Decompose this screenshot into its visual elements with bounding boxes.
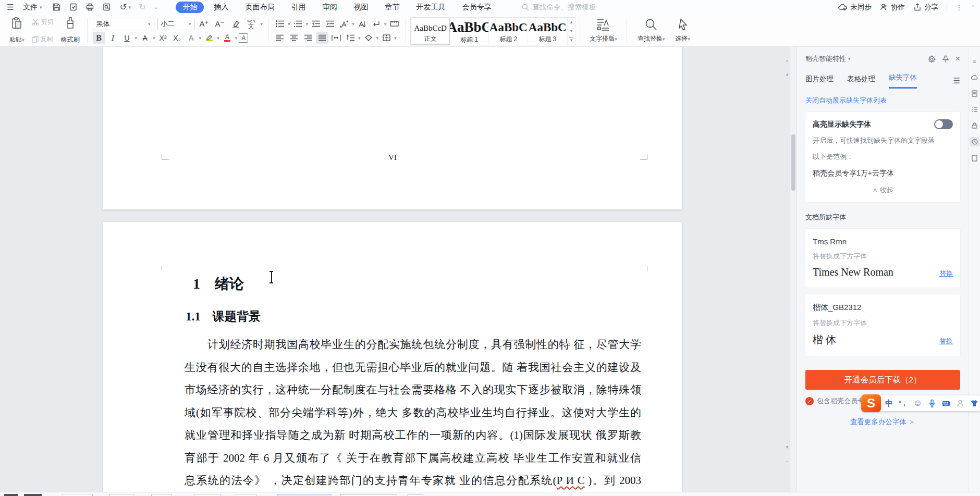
char-scale-caret-icon[interactable]: ▾: [352, 21, 354, 27]
line-spacing-caret-icon[interactable]: ▾: [358, 35, 361, 41]
underline-button[interactable]: U: [121, 32, 133, 44]
char-border-icon[interactable]: A: [239, 33, 248, 43]
distribute-icon[interactable]: [330, 32, 342, 44]
clear-format-icon[interactable]: [229, 18, 242, 30]
text-effects-caret-icon[interactable]: ▾: [199, 35, 202, 41]
ime-keyboard-icon[interactable]: [942, 399, 950, 407]
subscript-button[interactable]: X₂: [171, 32, 183, 44]
bold-button[interactable]: B: [93, 32, 105, 44]
print-preview-icon[interactable]: [102, 2, 112, 13]
bullet-caret-icon[interactable]: ▾: [288, 21, 290, 27]
print-icon[interactable]: [85, 2, 95, 13]
ime-punctuation-toggle[interactable]: °，: [899, 399, 908, 408]
ime-skin-icon[interactable]: [970, 399, 978, 407]
sort-icon[interactable]: [356, 18, 369, 30]
show-marks-icon[interactable]: [370, 18, 383, 30]
pinyin-guide-icon[interactable]: wén文: [245, 18, 258, 30]
open-membership-download-button[interactable]: 开通会员后下载（2）: [805, 370, 960, 390]
statusbar-item[interactable]: [63, 494, 93, 496]
shading-icon[interactable]: [362, 32, 375, 44]
styles-down-icon[interactable]: ▼: [569, 29, 573, 33]
statusbar-item[interactable]: [151, 494, 172, 496]
document-canvas[interactable]: VI 1 绪论 1.1 课题背景 计划经济时期我国高校毕业生的分配实施统包统分制…: [0, 47, 790, 492]
more-menu-icon[interactable]: ⋮: [956, 3, 963, 11]
dock-page-icon[interactable]: [970, 153, 979, 163]
tab-list-icon[interactable]: ☰: [953, 76, 960, 89]
underline-caret-icon[interactable]: ▾: [135, 35, 138, 41]
share-button[interactable]: 分享: [913, 3, 938, 12]
tab-dev-tools[interactable]: 开发工具: [409, 2, 452, 13]
justify-icon[interactable]: [316, 32, 328, 44]
tab-home[interactable]: 开始: [176, 2, 204, 13]
vertical-scrollbar[interactable]: [790, 47, 797, 492]
bullet-list-icon[interactable]: [274, 18, 286, 30]
collaborate-button[interactable]: 协作: [880, 3, 905, 12]
show-marks-caret-icon[interactable]: ▾: [384, 21, 387, 27]
document-page-previous[interactable]: VI: [103, 47, 682, 209]
statusbar-item[interactable]: [109, 494, 133, 496]
statusbar-item[interactable]: [4, 494, 18, 496]
char-scale-icon[interactable]: [338, 18, 350, 30]
scroll-down-icon[interactable]: ▼: [784, 445, 790, 450]
scroll-top-icon[interactable]: ⌅: [784, 58, 790, 63]
font-color-caret-icon[interactable]: ▾: [235, 35, 238, 41]
tab-insert[interactable]: 插入: [207, 2, 235, 13]
number-caret-icon[interactable]: ▾: [306, 21, 309, 27]
dock-list-icon[interactable]: [970, 105, 979, 114]
ime-lang-toggle[interactable]: 中: [885, 399, 893, 408]
superscript-button[interactable]: X²: [157, 32, 169, 44]
highlight-caret-icon[interactable]: ▾: [217, 35, 219, 41]
search-input[interactable]: [532, 3, 610, 11]
dock-history-icon[interactable]: [970, 137, 979, 146]
collapse-button[interactable]: ∧ 收起: [813, 185, 953, 195]
statusbar-item[interactable]: [194, 494, 221, 496]
borders-icon[interactable]: [380, 32, 393, 44]
statusbar-item[interactable]: [236, 494, 256, 496]
main-menu-icon[interactable]: ☰: [5, 2, 16, 13]
cut-button[interactable]: 剪切: [32, 18, 54, 27]
styles-expand-icon[interactable]: ▼: [569, 38, 573, 43]
style-heading2[interactable]: AaBbC 标题 2: [489, 18, 528, 45]
copy-button[interactable]: 复制: [32, 35, 54, 44]
text-layout-button[interactable]: 文字排版▾: [585, 16, 621, 45]
decrease-indent-icon[interactable]: [310, 18, 322, 30]
ime-profile-icon[interactable]: [956, 399, 964, 407]
highlight-color-icon[interactable]: [203, 32, 215, 44]
strikethrough-caret-icon[interactable]: ▾: [153, 35, 155, 41]
tab-page-layout[interactable]: 页面布局: [238, 2, 281, 13]
close-icon[interactable]: ×: [956, 54, 960, 64]
save-icon[interactable]: [52, 2, 62, 13]
dock-menu-icon[interactable]: ≡: [970, 56, 979, 66]
quick-toolbar-more-icon[interactable]: ⌄: [154, 4, 158, 10]
gear-icon[interactable]: [928, 55, 936, 63]
statusbar-item[interactable]: [24, 494, 42, 496]
tab-missing-fonts[interactable]: 缺失字体: [889, 73, 917, 89]
page-setup-icon[interactable]: [388, 18, 400, 30]
style-normal[interactable]: AaBbCcD 正文: [411, 18, 450, 45]
align-right-icon[interactable]: [302, 32, 314, 44]
increase-indent-icon[interactable]: [324, 18, 336, 30]
tab-review[interactable]: 审阅: [315, 2, 344, 13]
statusbar-item-active[interactable]: [277, 494, 332, 496]
collapse-ribbon-icon[interactable]: ⌃: [971, 5, 975, 10]
dock-cloud-icon[interactable]: [970, 72, 979, 82]
scrollbar-thumb[interactable]: [791, 134, 795, 191]
align-left-icon[interactable]: [274, 32, 286, 44]
style-heading1[interactable]: AaBbC 标题 1: [450, 18, 489, 45]
tab-table-processing[interactable]: 表格处理: [847, 75, 875, 89]
increase-font-icon[interactable]: A⁺: [198, 18, 211, 30]
pinyin-caret-icon[interactable]: ▾: [261, 21, 263, 27]
strikethrough-button[interactable]: A: [139, 32, 151, 44]
dock-lock-icon[interactable]: [970, 121, 979, 130]
command-search[interactable]: [522, 3, 610, 11]
scroll-bottom-icon[interactable]: ⌄: [784, 458, 790, 463]
file-menu[interactable]: 文件 ▾: [23, 3, 42, 12]
export-icon[interactable]: [68, 2, 79, 13]
undo-button[interactable]: ↺ ▾: [118, 2, 131, 13]
styles-up-icon[interactable]: ▲: [569, 20, 573, 24]
paste-button[interactable]: 粘贴▾: [7, 16, 27, 45]
ime-mic-icon[interactable]: [928, 399, 936, 407]
panel-title[interactable]: 稻壳智能特性: [805, 54, 846, 64]
more-fonts-link[interactable]: 查看更多办公字体 ＞: [805, 417, 960, 427]
highlight-toggle[interactable]: [934, 119, 953, 129]
